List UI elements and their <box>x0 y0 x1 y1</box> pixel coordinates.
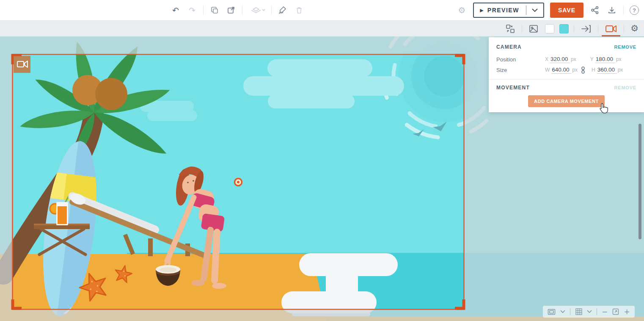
camera-y-input[interactable] <box>595 56 615 63</box>
copy-to-button[interactable] <box>226 5 237 16</box>
arrange-icon <box>505 24 515 34</box>
active-tool-underline <box>602 35 620 36</box>
h-label: H <box>592 67 595 73</box>
link-dimensions-button[interactable] <box>578 66 589 74</box>
layers-icon <box>248 6 265 14</box>
w-unit: px <box>572 67 578 73</box>
h-unit: px <box>618 67 623 73</box>
zoom-out-button[interactable]: − <box>602 308 608 315</box>
save-button[interactable]: SAVE <box>550 3 583 18</box>
canvas-controls-bar: − + <box>543 306 635 318</box>
grid-button[interactable] <box>575 308 582 315</box>
zoom-in-button[interactable]: + <box>624 308 630 315</box>
undo-button[interactable]: ↶ <box>170 5 181 16</box>
preview-button[interactable]: ▶ PREVIEW <box>473 3 544 18</box>
animation-editor: ↶ ↷ <box>0 0 644 321</box>
fit-to-screen-button[interactable] <box>612 308 619 315</box>
toolbar-divider <box>203 6 204 15</box>
camera-w-input[interactable] <box>551 66 571 74</box>
movement-remove-link: REMOVE <box>614 85 636 90</box>
y-label: Y <box>590 56 594 62</box>
toolbar-divider <box>570 308 570 315</box>
background-color-teal-swatch[interactable] <box>559 24 569 33</box>
grid-icon <box>575 308 582 315</box>
canvas-vertical-scrollbar[interactable] <box>638 124 641 239</box>
add-camera-movement-button[interactable]: ADD CAMERA MOVEMENT <box>528 95 605 107</box>
copy-icon <box>210 6 219 14</box>
chevron-down-icon <box>532 8 538 12</box>
share-button[interactable] <box>589 5 600 16</box>
toolbar-divider <box>623 6 624 15</box>
scene-toolbar: ⚙ <box>0 21 644 36</box>
toolbar-divider <box>574 25 574 33</box>
format-clean-icon <box>278 6 287 14</box>
redo-button[interactable]: ↷ <box>187 5 198 16</box>
scene-settings-button[interactable]: ⚙ <box>629 21 640 36</box>
grid-dropdown[interactable] <box>587 310 592 313</box>
background-image-button[interactable] <box>527 21 540 36</box>
toolbar-divider <box>522 25 522 33</box>
arrange-button[interactable] <box>504 21 517 36</box>
camera-panel-title: CAMERA <box>496 44 522 50</box>
enter-frame-icon <box>581 24 592 33</box>
layers-button[interactable] <box>248 5 266 16</box>
copy-to-icon <box>227 6 235 14</box>
camera-tool-icon <box>605 24 617 33</box>
camera-x-input[interactable] <box>550 56 570 63</box>
position-label: Position <box>496 56 545 63</box>
safe-area-button[interactable] <box>548 309 556 315</box>
enter-frame-button[interactable] <box>579 21 593 36</box>
toolbar-divider <box>242 6 242 15</box>
background-color-white-swatch[interactable] <box>545 24 554 33</box>
help-button[interactable]: ? <box>630 6 639 15</box>
trash-icon <box>295 6 303 14</box>
fit-to-screen-icon <box>612 308 619 315</box>
w-label: W <box>545 67 550 73</box>
share-icon <box>591 6 599 14</box>
play-icon: ▶ <box>480 8 483 13</box>
y-unit: px <box>616 56 622 62</box>
link-icon <box>581 66 585 74</box>
x-label: X <box>545 56 548 62</box>
settings-button[interactable]: ⚙ <box>456 5 467 16</box>
camera-center-dot <box>237 181 239 183</box>
download-button[interactable] <box>606 5 617 16</box>
toolbar-divider <box>624 25 624 33</box>
x-unit: px <box>571 56 576 62</box>
download-icon <box>608 6 616 14</box>
top-toolbar: ↶ ↷ <box>0 0 644 21</box>
movement-title: MOVEMENT <box>496 85 530 91</box>
safe-area-dropdown[interactable] <box>560 310 565 313</box>
chevron-down-icon <box>560 310 565 313</box>
toolbar-divider <box>271 6 272 15</box>
safe-area-icon <box>548 309 556 315</box>
coconut-2 <box>95 78 127 110</box>
camera-remove-link[interactable]: REMOVE <box>614 44 636 50</box>
preview-label: PREVIEW <box>487 7 519 14</box>
image-icon <box>528 24 539 34</box>
button-divider <box>526 6 526 15</box>
camera-h-input[interactable] <box>597 66 617 74</box>
preview-main[interactable]: ▶ PREVIEW <box>474 3 526 17</box>
size-label: Size <box>496 67 545 73</box>
delete-button[interactable] <box>294 5 305 16</box>
chevron-down-icon <box>587 310 592 313</box>
preview-dropdown[interactable] <box>526 3 543 17</box>
camera-tool-button[interactable] <box>603 21 619 36</box>
toolbar-divider <box>597 308 597 315</box>
copy-button[interactable] <box>209 5 220 16</box>
camera-panel: CAMERA REMOVE Position X px Y px Size W … <box>489 37 644 112</box>
format-clean-button[interactable] <box>277 5 288 16</box>
toolbar-divider <box>598 25 598 33</box>
